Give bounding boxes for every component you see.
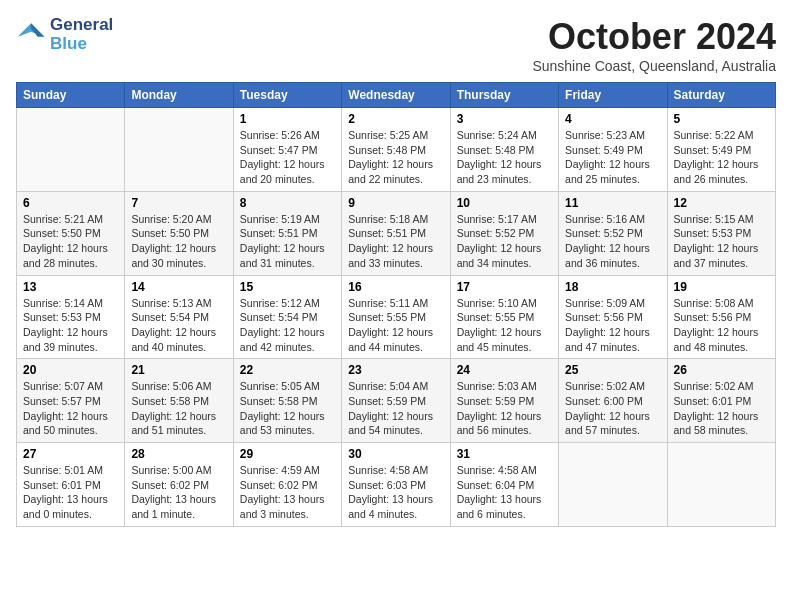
day-info: Sunrise: 5:21 AM Sunset: 5:50 PM Dayligh… [23,212,118,271]
location: Sunshine Coast, Queensland, Australia [532,58,776,74]
calendar-cell: 1Sunrise: 5:26 AM Sunset: 5:47 PM Daylig… [233,108,341,192]
calendar-cell: 18Sunrise: 5:09 AM Sunset: 5:56 PM Dayli… [559,275,667,359]
calendar-cell: 17Sunrise: 5:10 AM Sunset: 5:55 PM Dayli… [450,275,558,359]
calendar-cell: 12Sunrise: 5:15 AM Sunset: 5:53 PM Dayli… [667,191,775,275]
day-info: Sunrise: 5:02 AM Sunset: 6:01 PM Dayligh… [674,379,769,438]
day-number: 25 [565,363,660,377]
calendar-cell: 20Sunrise: 5:07 AM Sunset: 5:57 PM Dayli… [17,359,125,443]
day-number: 29 [240,447,335,461]
day-info: Sunrise: 5:15 AM Sunset: 5:53 PM Dayligh… [674,212,769,271]
day-info: Sunrise: 4:58 AM Sunset: 6:03 PM Dayligh… [348,463,443,522]
day-info: Sunrise: 4:58 AM Sunset: 6:04 PM Dayligh… [457,463,552,522]
day-info: Sunrise: 5:04 AM Sunset: 5:59 PM Dayligh… [348,379,443,438]
calendar-cell: 5Sunrise: 5:22 AM Sunset: 5:49 PM Daylig… [667,108,775,192]
day-number: 5 [674,112,769,126]
calendar-header-row: SundayMondayTuesdayWednesdayThursdayFrid… [17,83,776,108]
day-number: 16 [348,280,443,294]
title-block: October 2024 Sunshine Coast, Queensland,… [532,16,776,74]
calendar-cell: 9Sunrise: 5:18 AM Sunset: 5:51 PM Daylig… [342,191,450,275]
day-number: 4 [565,112,660,126]
day-info: Sunrise: 5:17 AM Sunset: 5:52 PM Dayligh… [457,212,552,271]
day-info: Sunrise: 5:01 AM Sunset: 6:01 PM Dayligh… [23,463,118,522]
logo-icon [16,20,46,50]
day-number: 2 [348,112,443,126]
day-number: 27 [23,447,118,461]
day-number: 17 [457,280,552,294]
weekday-header-wednesday: Wednesday [342,83,450,108]
day-info: Sunrise: 5:11 AM Sunset: 5:55 PM Dayligh… [348,296,443,355]
logo: General Blue [16,16,113,53]
page-header: General Blue October 2024 Sunshine Coast… [16,16,776,74]
calendar-cell: 27Sunrise: 5:01 AM Sunset: 6:01 PM Dayli… [17,443,125,527]
calendar-week-4: 20Sunrise: 5:07 AM Sunset: 5:57 PM Dayli… [17,359,776,443]
weekday-header-sunday: Sunday [17,83,125,108]
calendar-cell: 21Sunrise: 5:06 AM Sunset: 5:58 PM Dayli… [125,359,233,443]
weekday-header-monday: Monday [125,83,233,108]
month-title: October 2024 [532,16,776,58]
calendar-cell [667,443,775,527]
calendar-week-5: 27Sunrise: 5:01 AM Sunset: 6:01 PM Dayli… [17,443,776,527]
day-info: Sunrise: 5:10 AM Sunset: 5:55 PM Dayligh… [457,296,552,355]
day-info: Sunrise: 5:20 AM Sunset: 5:50 PM Dayligh… [131,212,226,271]
calendar-cell: 8Sunrise: 5:19 AM Sunset: 5:51 PM Daylig… [233,191,341,275]
day-number: 19 [674,280,769,294]
calendar-cell: 14Sunrise: 5:13 AM Sunset: 5:54 PM Dayli… [125,275,233,359]
day-info: Sunrise: 4:59 AM Sunset: 6:02 PM Dayligh… [240,463,335,522]
calendar-cell: 26Sunrise: 5:02 AM Sunset: 6:01 PM Dayli… [667,359,775,443]
calendar-week-3: 13Sunrise: 5:14 AM Sunset: 5:53 PM Dayli… [17,275,776,359]
day-number: 1 [240,112,335,126]
day-info: Sunrise: 5:09 AM Sunset: 5:56 PM Dayligh… [565,296,660,355]
day-number: 28 [131,447,226,461]
day-info: Sunrise: 5:13 AM Sunset: 5:54 PM Dayligh… [131,296,226,355]
calendar-cell: 19Sunrise: 5:08 AM Sunset: 5:56 PM Dayli… [667,275,775,359]
calendar-cell: 29Sunrise: 4:59 AM Sunset: 6:02 PM Dayli… [233,443,341,527]
day-info: Sunrise: 5:22 AM Sunset: 5:49 PM Dayligh… [674,128,769,187]
calendar-cell: 4Sunrise: 5:23 AM Sunset: 5:49 PM Daylig… [559,108,667,192]
calendar-cell: 30Sunrise: 4:58 AM Sunset: 6:03 PM Dayli… [342,443,450,527]
day-number: 10 [457,196,552,210]
calendar-cell [125,108,233,192]
day-number: 30 [348,447,443,461]
calendar-cell: 7Sunrise: 5:20 AM Sunset: 5:50 PM Daylig… [125,191,233,275]
day-info: Sunrise: 5:12 AM Sunset: 5:54 PM Dayligh… [240,296,335,355]
day-number: 9 [348,196,443,210]
day-number: 6 [23,196,118,210]
calendar-cell: 2Sunrise: 5:25 AM Sunset: 5:48 PM Daylig… [342,108,450,192]
day-info: Sunrise: 5:18 AM Sunset: 5:51 PM Dayligh… [348,212,443,271]
calendar-cell [17,108,125,192]
weekday-header-thursday: Thursday [450,83,558,108]
calendar-cell: 11Sunrise: 5:16 AM Sunset: 5:52 PM Dayli… [559,191,667,275]
day-info: Sunrise: 5:25 AM Sunset: 5:48 PM Dayligh… [348,128,443,187]
day-info: Sunrise: 5:08 AM Sunset: 5:56 PM Dayligh… [674,296,769,355]
calendar-cell: 6Sunrise: 5:21 AM Sunset: 5:50 PM Daylig… [17,191,125,275]
day-number: 8 [240,196,335,210]
day-number: 11 [565,196,660,210]
day-number: 15 [240,280,335,294]
calendar-cell: 23Sunrise: 5:04 AM Sunset: 5:59 PM Dayli… [342,359,450,443]
calendar-cell: 15Sunrise: 5:12 AM Sunset: 5:54 PM Dayli… [233,275,341,359]
day-info: Sunrise: 5:26 AM Sunset: 5:47 PM Dayligh… [240,128,335,187]
day-info: Sunrise: 5:02 AM Sunset: 6:00 PM Dayligh… [565,379,660,438]
day-info: Sunrise: 5:05 AM Sunset: 5:58 PM Dayligh… [240,379,335,438]
day-info: Sunrise: 5:14 AM Sunset: 5:53 PM Dayligh… [23,296,118,355]
day-number: 20 [23,363,118,377]
calendar-cell: 3Sunrise: 5:24 AM Sunset: 5:48 PM Daylig… [450,108,558,192]
calendar-cell: 22Sunrise: 5:05 AM Sunset: 5:58 PM Dayli… [233,359,341,443]
calendar-cell: 16Sunrise: 5:11 AM Sunset: 5:55 PM Dayli… [342,275,450,359]
day-info: Sunrise: 5:07 AM Sunset: 5:57 PM Dayligh… [23,379,118,438]
day-info: Sunrise: 5:00 AM Sunset: 6:02 PM Dayligh… [131,463,226,522]
day-number: 13 [23,280,118,294]
day-info: Sunrise: 5:24 AM Sunset: 5:48 PM Dayligh… [457,128,552,187]
day-number: 31 [457,447,552,461]
calendar-cell: 28Sunrise: 5:00 AM Sunset: 6:02 PM Dayli… [125,443,233,527]
day-info: Sunrise: 5:23 AM Sunset: 5:49 PM Dayligh… [565,128,660,187]
day-number: 24 [457,363,552,377]
calendar-cell: 24Sunrise: 5:03 AM Sunset: 5:59 PM Dayli… [450,359,558,443]
day-number: 23 [348,363,443,377]
weekday-header-saturday: Saturday [667,83,775,108]
day-number: 18 [565,280,660,294]
svg-marker-1 [31,23,44,36]
weekday-header-tuesday: Tuesday [233,83,341,108]
calendar-cell: 31Sunrise: 4:58 AM Sunset: 6:04 PM Dayli… [450,443,558,527]
day-number: 7 [131,196,226,210]
